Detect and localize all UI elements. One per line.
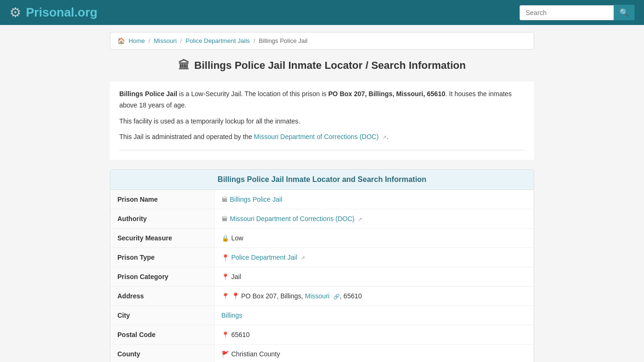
table-row: Prison Name🏛Billings Police Jail: [110, 190, 534, 209]
table-cell-label: Prison Name: [110, 190, 214, 209]
table-value-link[interactable]: Missouri Department of Corrections (DOC): [230, 215, 355, 222]
table-value-text: Low: [231, 234, 244, 242]
table-row: County🚩Christian County: [110, 345, 534, 362]
table-cell-value: 🏛Missouri Department of Corrections (DOC…: [214, 209, 534, 229]
description-para-2: This facility is used as a temporarily l…: [119, 116, 525, 127]
prison-name-bold: Billings Police Jail: [119, 90, 177, 98]
info-table-section: Billings Police Jail Inmate Locator and …: [110, 169, 534, 362]
cell-icon: 🏛: [222, 215, 228, 222]
cell-icon: 📍: [222, 331, 229, 338]
table-cell-value: 🔒Low: [214, 229, 534, 248]
cell-icon: 📍: [222, 293, 229, 300]
table-row: Prison Category📍Jail: [110, 267, 534, 287]
table-cell-value: 📍Jail: [214, 267, 534, 287]
site-logo[interactable]: ⚙ Prisonal.org: [9, 5, 98, 20]
table-row: Authority🏛Missouri Department of Correct…: [110, 209, 534, 229]
state-link[interactable]: Missouri: [305, 292, 330, 300]
search-input[interactable]: [520, 5, 614, 20]
table-cell-value: 🏛Billings Police Jail: [214, 190, 534, 209]
ext-icon: 🔗: [333, 294, 340, 299]
breadcrumb: 🏠 Home / Missouri / Police Department Ja…: [110, 32, 534, 49]
logo-text: Prisonal.org: [26, 5, 98, 20]
table-cell-label: Security Measure: [110, 229, 214, 248]
table-cell-value: 🚩Christian County: [214, 345, 534, 362]
description-section: Billings Police Jail is a Low-Security J…: [110, 82, 534, 160]
table-row: Address📍📍 PO Box 207, Billings, Missouri…: [110, 287, 534, 306]
table-section-header: Billings Police Jail Inmate Locator and …: [110, 170, 534, 190]
table-cell-label: Prison Type: [110, 248, 214, 267]
table-cell-label: Postal Code: [110, 325, 214, 345]
external-link-icon: ↗: [382, 134, 387, 140]
address-pin-icon: 📍: [231, 292, 241, 300]
breadcrumb-home-link[interactable]: Home: [129, 37, 145, 44]
info-table: Prison Name🏛Billings Police JailAuthorit…: [110, 190, 534, 362]
ext-link-icon: ↗: [299, 255, 305, 261]
table-row: Security Measure🔒Low: [110, 229, 534, 248]
doc-link[interactable]: Missouri Department of Corrections (DOC): [254, 133, 379, 140]
address-bold: PO Box 207, Billings, Missouri, 65610: [328, 90, 445, 98]
table-cell-label: City: [110, 306, 214, 325]
cell-icon: 🔒: [222, 235, 229, 242]
description-para-3: This Jail is administrated and operated …: [119, 132, 525, 143]
table-cell-value: 📍Police Department Jail ↗: [214, 248, 534, 267]
description-para-1: Billings Police Jail is a Low-Security J…: [119, 89, 525, 111]
cell-icon: 🏛: [222, 196, 228, 203]
table-cell-label: Prison Category: [110, 267, 214, 287]
prison-icon: 🏛: [178, 59, 190, 72]
main-content: 🏠 Home / Missouri / Police Department Ja…: [105, 25, 539, 362]
table-value-link[interactable]: Billings Police Jail: [230, 196, 282, 203]
table-cell-value: 📍65610: [214, 325, 534, 345]
table-value-text: 65610: [231, 331, 250, 338]
breadcrumb-state-link[interactable]: Missouri: [154, 37, 176, 44]
table-row: CityBillings: [110, 306, 534, 325]
cell-icon: 🚩: [222, 351, 229, 358]
divider: [119, 150, 525, 150]
table-cell-value: 📍📍 PO Box 207, Billings, Missouri 🔗, 656…: [214, 287, 534, 306]
home-icon: 🏠: [117, 37, 125, 44]
table-row: Postal Code📍65610: [110, 325, 534, 345]
table-value-link[interactable]: Billings: [222, 312, 242, 319]
table-row: Prison Type📍Police Department Jail ↗: [110, 248, 534, 267]
table-cell-label: Authority: [110, 209, 214, 229]
cell-icon: 📍: [222, 273, 229, 280]
search-button[interactable]: 🔍: [614, 5, 635, 20]
ext-link-icon: ↗: [356, 216, 362, 222]
table-cell-label: County: [110, 345, 214, 362]
site-header: ⚙ Prisonal.org 🔍: [0, 0, 644, 25]
table-value-text: Christian County: [231, 350, 281, 358]
breadcrumb-current: Billings Police Jail: [259, 37, 307, 44]
logo-icon: ⚙: [9, 5, 21, 20]
table-cell-value: Billings: [214, 306, 534, 325]
page-title: 🏛 Billings Police Jail Inmate Locator / …: [110, 59, 534, 72]
search-area: 🔍: [520, 5, 635, 20]
breadcrumb-type-link[interactable]: Police Department Jails: [185, 37, 250, 44]
table-value-text: Jail: [231, 273, 241, 280]
search-icon: 🔍: [619, 8, 629, 16]
table-value-link[interactable]: Police Department Jail: [231, 254, 297, 261]
table-cell-label: Address: [110, 287, 214, 306]
cell-icon: 📍: [222, 254, 229, 261]
